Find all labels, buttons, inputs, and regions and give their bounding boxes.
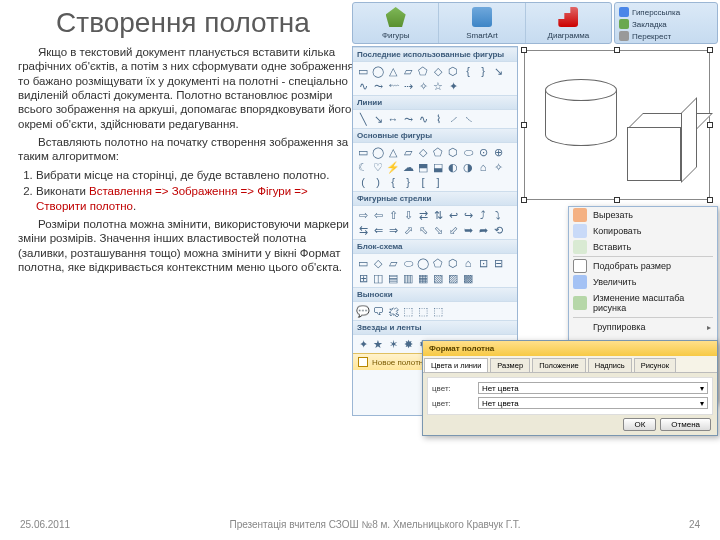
- chevron-down-icon: ▾: [700, 399, 704, 408]
- para-1: Якщо в текстовий документ планується вст…: [18, 45, 358, 131]
- cylinder-shape[interactable]: [545, 79, 617, 157]
- dlg-tab-size[interactable]: Размер: [490, 358, 530, 372]
- paste-icon: [573, 240, 587, 254]
- dlg-tab-pos[interactable]: Положение: [532, 358, 586, 372]
- ctx-copy[interactable]: Копировать: [569, 223, 717, 239]
- format-canvas-dialog: Формат полотна Цвета и линии Размер Поло…: [422, 340, 718, 436]
- shapes-icon: [386, 7, 406, 27]
- ribbon-links-group: Гиперссылка Закладка Перекрест: [614, 2, 718, 44]
- footer-page-number: 24: [670, 519, 700, 530]
- ribbon-chart-button[interactable]: Диаграмма: [526, 3, 611, 43]
- ctx-fit[interactable]: Подобрать размер: [569, 258, 717, 274]
- dlg-fill-select[interactable]: Нет цвета▾: [478, 382, 708, 394]
- shapes-grid-recent[interactable]: ▭◯△▱⬠◇⬡{}↘ ∿⤳⬳⇢✧☆✦: [353, 62, 517, 95]
- scale-icon: [573, 296, 587, 310]
- body-text: Якщо в текстовий документ планується вст…: [18, 45, 358, 275]
- dlg-ok-button[interactable]: ОК: [623, 418, 656, 431]
- ribbon-bookmark[interactable]: Закладка: [619, 19, 713, 29]
- dlg-tab-wrap[interactable]: Надпись: [588, 358, 632, 372]
- bookmark-icon: [619, 19, 629, 29]
- shapes-heading-recent: Последние использованные фигуры: [353, 47, 517, 62]
- dlg-line-select[interactable]: Нет цвета▾: [478, 397, 708, 409]
- zoom-icon: [573, 275, 587, 289]
- chevron-right-icon: ▸: [707, 323, 711, 332]
- shapes-heading-arrows: Фигурные стрелки: [353, 191, 517, 206]
- scissors-icon: [573, 208, 587, 222]
- ribbon-shapes-button[interactable]: Фигуры: [353, 3, 439, 43]
- cube-shape[interactable]: [627, 113, 697, 183]
- globe-icon: [619, 7, 629, 17]
- slide-title: Створення полотна: [18, 8, 348, 39]
- canvas-icon: [358, 357, 368, 367]
- dlg-tab-pic[interactable]: Рисунок: [634, 358, 676, 372]
- chart-icon: [558, 7, 578, 27]
- chevron-down-icon: ▾: [700, 384, 704, 393]
- shapes-grid-lines[interactable]: ╲↘↔⤳∿⌇⟋⟍: [353, 110, 517, 128]
- smartart-icon: [472, 7, 492, 27]
- dlg-fill-label: цвет:: [432, 384, 472, 393]
- fit-icon: [573, 259, 587, 273]
- shapes-heading-flow: Блок-схема: [353, 239, 517, 254]
- shapes-heading-stars: Звезды и ленты: [353, 320, 517, 335]
- para-2: Вставляють полотно на початку створення …: [18, 135, 358, 164]
- screenshot-composite: Фигуры SmartArt Диаграмма Гиперссылка За…: [352, 0, 720, 440]
- dlg-tab-colors[interactable]: Цвета и линии: [424, 358, 488, 372]
- shapes-heading-basic: Основные фигуры: [353, 128, 517, 143]
- dlg-line-label: цвет:: [432, 399, 472, 408]
- shapes-heading-callouts: Выноски: [353, 287, 517, 302]
- slide-footer: 25.06.2011 Презентація вчителя СЗОШ №8 м…: [0, 519, 720, 530]
- footer-author: Презентація вчителя СЗОШ №8 м. Хмельниць…: [80, 519, 670, 530]
- dlg-cancel-button[interactable]: Отмена: [660, 418, 711, 431]
- crossref-icon: [619, 31, 629, 41]
- shapes-grid-arrows[interactable]: ⇨⇦⇧⇩⇄⇅↩↪⤴⤵ ⇆⇐⇒⬀⬁⬂⬃➥➦⟲: [353, 206, 517, 239]
- shapes-grid-callouts[interactable]: 💬🗨🗯⬚⬚⬚: [353, 302, 517, 320]
- step-1: Вибрати місце на сторінці, де буде встав…: [36, 168, 358, 182]
- step-2: Виконати Вставлення => Зображення => Фіг…: [36, 184, 358, 213]
- copy-icon: [573, 224, 587, 238]
- ctx-zoom[interactable]: Увеличить: [569, 274, 717, 290]
- ctx-scale[interactable]: Изменение масштаба рисунка: [569, 290, 717, 316]
- footer-date: 25.06.2011: [20, 519, 80, 530]
- dialog-title: Формат полотна: [423, 341, 717, 356]
- ctx-group[interactable]: Группировка▸: [569, 319, 717, 335]
- drawing-canvas[interactable]: [524, 50, 710, 200]
- shapes-grid-basic[interactable]: ▭◯△▱◇⬠⬡⬭⊙⊕ ☾♡⚡☁⬒⬓◐◑⌂✧ (){}[]: [353, 143, 517, 191]
- para-3: Розміри полотна можна змінити, використо…: [18, 217, 358, 275]
- ribbon-crossref[interactable]: Перекрест: [619, 31, 713, 41]
- shapes-heading-lines: Линии: [353, 95, 517, 110]
- ribbon-smartart-button[interactable]: SmartArt: [439, 3, 525, 43]
- shapes-grid-flow[interactable]: ▭◇▱⬭◯⬠⬡⌂⊡⊟ ⊞◫▤▥▦▧▨▩: [353, 254, 517, 287]
- ribbon-insert-group: Фигуры SmartArt Диаграмма: [352, 2, 612, 44]
- ctx-cut[interactable]: Вырезать: [569, 207, 717, 223]
- ctx-paste[interactable]: Вставить: [569, 239, 717, 255]
- ribbon-hyperlink[interactable]: Гиперссылка: [619, 7, 713, 17]
